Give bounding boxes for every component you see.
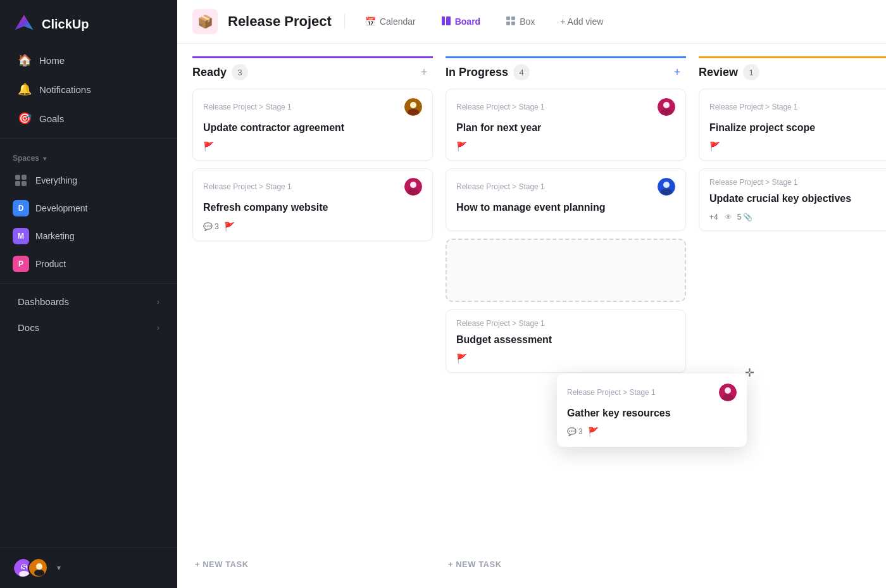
card-path: Release Project > Stage 1: [456, 103, 545, 111]
new-task-button-in-progress[interactable]: + NEW TASK: [446, 553, 686, 575]
home-icon: 🏠: [18, 53, 32, 67]
sidebar-item-everything[interactable]: Everything: [0, 166, 177, 194]
floating-card[interactable]: ✛ Release Project > Stage 1 Gather key r…: [557, 373, 747, 447]
column-review: Review 1 + Release Project > Stage 1: [699, 56, 886, 575]
svg-rect-4: [22, 181, 27, 186]
project-title: Release Project: [228, 13, 332, 30]
sidebar-item-product[interactable]: P Product: [0, 250, 177, 278]
bell-icon: 🔔: [18, 82, 32, 96]
column-add-btn[interactable]: +: [415, 63, 433, 81]
tab-label: Calendar: [380, 16, 416, 27]
avatar: [658, 98, 675, 116]
svg-rect-1: [15, 175, 20, 180]
avatar: [719, 384, 737, 401]
sidebar-item-label: Dashboards: [18, 296, 69, 307]
sidebar-item-goals[interactable]: 🎯 Goals: [5, 104, 172, 133]
card-budget-assessment[interactable]: Release Project > Stage 1 Budget assessm…: [446, 310, 686, 373]
tab-label: Box: [520, 16, 535, 27]
card-title: Gather key resources: [567, 406, 737, 420]
svg-text:S: S: [22, 563, 27, 572]
tab-board[interactable]: Board: [434, 12, 488, 32]
card-refresh-website[interactable]: Release Project > Stage 1 Refresh compan…: [192, 168, 433, 241]
sidebar-item-docs[interactable]: Docs ›: [5, 315, 172, 341]
sidebar-item-marketing[interactable]: M Marketing: [0, 222, 177, 250]
column-count: 4: [513, 64, 530, 80]
flag-icon: 🚩: [456, 353, 467, 363]
main-content: 📦 Release Project 📅 Calendar Board Box +…: [177, 0, 886, 588]
column-add-btn[interactable]: +: [668, 63, 686, 81]
card-footer: 💬 3 🚩: [203, 222, 422, 232]
logo[interactable]: ClickUp: [0, 0, 177, 46]
svg-point-20: [408, 109, 419, 115]
card-title: Update crucial key objectives: [709, 192, 886, 206]
sidebar-item-development[interactable]: D Development: [0, 194, 177, 222]
tab-calendar[interactable]: 📅 Calendar: [358, 13, 423, 30]
column-title: In Progress: [446, 66, 508, 79]
project-icon: 📦: [192, 9, 218, 34]
svg-point-28: [663, 182, 670, 188]
cards-in-progress: Release Project > Stage 1 Plan for next …: [446, 89, 686, 553]
card-meta: Release Project > Stage 1: [709, 178, 886, 187]
column-title: Review: [699, 66, 738, 79]
card-event-planning[interactable]: Release Project > Stage 1 How to manage …: [446, 168, 686, 230]
svg-point-23: [408, 189, 419, 195]
card-title: Refresh company website: [203, 201, 422, 215]
column-header-ready: Ready 3 +: [192, 56, 433, 89]
card-footer: 🚩: [203, 141, 422, 151]
box-icon: [506, 16, 516, 28]
new-task-label: + NEW TASK: [448, 560, 502, 569]
development-badge: D: [13, 200, 29, 216]
sidebar-item-home[interactable]: 🏠 Home: [5, 46, 172, 75]
attachment-count: 5: [737, 213, 742, 222]
card-meta: Release Project > Stage 1: [456, 319, 675, 328]
svg-rect-12: [442, 16, 445, 25]
card-attachments: 5 📎: [737, 213, 753, 222]
card-meta: Release Project > Stage 1: [203, 178, 422, 196]
sidebar-item-label: Docs: [18, 322, 39, 333]
avatar: [658, 178, 675, 196]
flag-icon: 🚩: [224, 222, 235, 232]
svg-rect-14: [506, 16, 510, 20]
card-path: Release Project > Stage 1: [709, 178, 798, 187]
sidebar-item-notifications[interactable]: 🔔 Notifications: [5, 75, 172, 104]
spaces-section[interactable]: Spaces ▾: [0, 144, 177, 166]
column-header-review: Review 1 +: [699, 56, 886, 89]
move-cursor-icon: ✛: [745, 366, 754, 380]
card-finalize-scope[interactable]: Release Project > Stage 1 Finalize proje…: [699, 89, 886, 161]
sidebar-item-label: Development: [35, 203, 88, 213]
svg-rect-3: [15, 181, 20, 186]
column-title: Ready: [192, 66, 227, 79]
comment-count: 3: [215, 222, 219, 231]
sidebar-item-label: Notifications: [39, 84, 91, 95]
svg-point-34: [725, 387, 731, 394]
sidebar-item-dashboards[interactable]: Dashboards ›: [5, 289, 172, 315]
card-footer: +4 👁 5 📎: [709, 213, 886, 222]
sidebar-item-label: Marketing: [35, 231, 74, 241]
card-footer: 🚩: [709, 141, 886, 151]
footer-chevron[interactable]: ▾: [57, 563, 61, 572]
svg-point-29: [661, 189, 672, 195]
cards-ready: Release Project > Stage 1 Update contrac…: [192, 89, 433, 553]
svg-point-35: [722, 394, 733, 401]
card-title: Budget assessment: [456, 333, 675, 347]
user-avatars[interactable]: S: [13, 558, 48, 578]
svg-point-19: [410, 102, 416, 108]
eye-icon: 👁: [725, 213, 732, 222]
flag-icon: 🚩: [709, 141, 720, 151]
card-update-contractor[interactable]: Release Project > Stage 1 Update contrac…: [192, 89, 433, 161]
card-path: Release Project > Stage 1: [203, 182, 292, 191]
new-task-button-ready[interactable]: + NEW TASK: [192, 553, 433, 575]
card-path: Release Project > Stage 1: [456, 182, 545, 191]
column-count: 1: [743, 64, 759, 80]
sidebar-item-label: Goals: [39, 113, 64, 124]
tab-box[interactable]: Box: [498, 12, 542, 32]
card-plan-next-year[interactable]: Release Project > Stage 1 Plan for next …: [446, 89, 686, 161]
card-update-objectives[interactable]: Release Project > Stage 1 Update crucial…: [699, 168, 886, 230]
goals-icon: 🎯: [18, 111, 32, 125]
sidebar-footer: S ▾: [0, 547, 177, 588]
card-meta: Release Project > Stage 1: [567, 384, 737, 401]
add-view-button[interactable]: + Add view: [552, 13, 611, 30]
card-footer: 💬 3 🚩: [567, 427, 737, 437]
svg-rect-17: [511, 22, 515, 25]
card-meta: Release Project > Stage 1: [709, 98, 886, 116]
